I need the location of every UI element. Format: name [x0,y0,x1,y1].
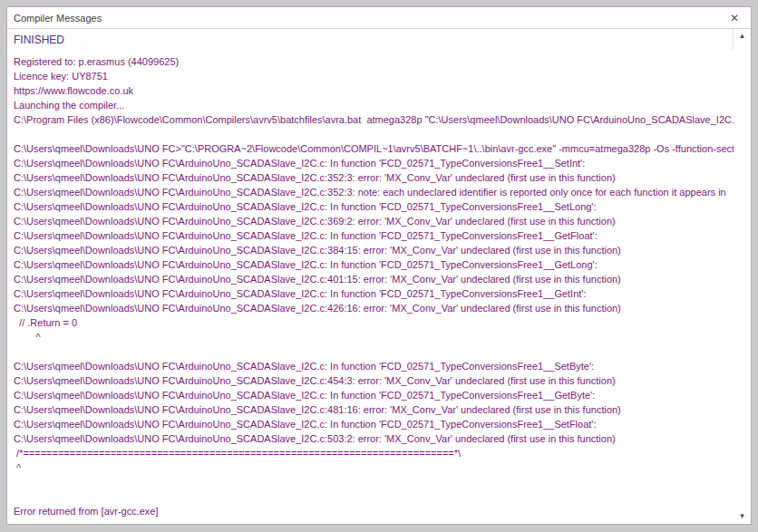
console-line [14,489,734,504]
console-line: C:\Users\qmeel\Downloads\UNO FC\ArduinoU… [14,257,734,272]
titlebar: Compiler Messages ✕ [7,7,751,29]
console-line: Error returned from [avr-gcc.exe] [14,504,734,518]
console-line [14,344,734,359]
scroll-up-icon: ▲ [739,32,746,40]
console-line: Launching the compiler... [14,98,734,112]
console-line: Licence key: UY8751 [14,69,734,83]
console-line: C:\Users\qmeel\Downloads\UNO FC\ArduinoU… [14,214,734,228]
compiler-messages-window: Compiler Messages ✕ FINISHED Registered … [6,6,752,525]
console-line: C:\Users\qmeel\Downloads\UNO FC\ArduinoU… [14,272,734,286]
console-line: https://www.flowcode.co.uk [14,83,734,98]
console-line: C:\Users\qmeel\Downloads\UNO FC\ArduinoU… [14,417,734,431]
console-line: C:\Users\qmeel\Downloads\UNO FC>"C:\PROG… [14,141,734,156]
console-line: C:\Users\qmeel\Downloads\UNO FC\ArduinoU… [14,170,734,185]
close-button[interactable]: ✕ [727,11,742,25]
console-line: C:\Users\qmeel\Downloads\UNO FC\ArduinoU… [14,301,734,315]
console-line: C:\Users\qmeel\Downloads\UNO FC\ArduinoU… [14,373,734,388]
console-line: /*======================================… [14,446,734,460]
console-line: ^ [14,460,734,475]
scroll-down-button[interactable]: ▼ [737,509,748,524]
console-line: C:\Users\qmeel\Downloads\UNO FC\ArduinoU… [14,243,734,257]
console-line: C:\Users\qmeel\Downloads\UNO FC\ArduinoU… [14,286,734,301]
console-line [14,127,734,141]
console-line: C:\Users\qmeel\Downloads\UNO FC\ArduinoU… [14,185,734,199]
vertical-scrollbar[interactable]: ▲ ▼ [734,29,751,524]
console-output: Registered to: p.erasmus (44099625)Licen… [7,50,734,524]
console-line: ^ [14,330,734,344]
close-icon: ✕ [730,12,739,24]
console-line: C:\Users\qmeel\Downloads\UNO FC\ArduinoU… [14,388,734,402]
console-line: C:\Users\qmeel\Downloads\UNO FC\ArduinoU… [14,359,734,373]
scroll-down-icon: ▼ [739,512,746,520]
status-bar: FINISHED [7,29,734,51]
console-line: Registered to: p.erasmus (44099625) [14,54,734,69]
console-line: C:\Program Files (x86)\Flowcode\Common\C… [14,112,734,127]
status-text: FINISHED [14,34,64,46]
console-line [14,475,734,489]
console-line: C:\Users\qmeel\Downloads\UNO FC\ArduinoU… [14,156,734,170]
console-line: // .Return = 0 [14,315,734,330]
console-line: C:\Users\qmeel\Downloads\UNO FC\ArduinoU… [14,228,734,243]
console-line: C:\Users\qmeel\Downloads\UNO FC\ArduinoU… [14,431,734,446]
scroll-up-button[interactable]: ▲ [737,29,748,44]
console-line: C:\Users\qmeel\Downloads\UNO FC\ArduinoU… [14,402,734,417]
console-line: C:\Users\qmeel\Downloads\UNO FC\ArduinoU… [14,199,734,214]
window-title: Compiler Messages [14,13,102,24]
